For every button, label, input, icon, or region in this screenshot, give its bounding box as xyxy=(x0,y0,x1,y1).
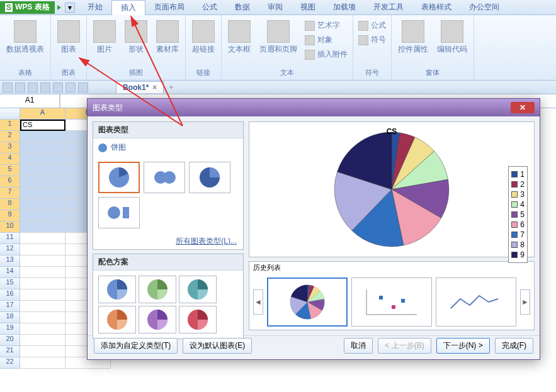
row-header-20[interactable]: 20 xyxy=(0,335,20,346)
menu-页面布局[interactable]: 页面布局 xyxy=(145,0,193,15)
cell-A10[interactable] xyxy=(20,221,65,233)
cell-A9[interactable] xyxy=(20,210,65,221)
subtype-pie-3d[interactable] xyxy=(144,162,185,193)
cell-A7[interactable] xyxy=(20,188,65,199)
app-badge[interactable]: S WPS 表格 xyxy=(0,1,55,14)
ribbon-公式[interactable]: 公式 xyxy=(356,19,389,32)
ribbon-控件属性[interactable]: 控件属性 xyxy=(394,19,432,56)
menu-办公空间[interactable]: 办公空间 xyxy=(460,0,508,15)
cell-A20[interactable] xyxy=(20,335,65,346)
menu-审阅[interactable]: 审阅 xyxy=(259,0,292,15)
row-header-18[interactable]: 18 xyxy=(0,312,20,323)
history-item-scatter[interactable] xyxy=(351,277,432,327)
row-header-17[interactable]: 17 xyxy=(0,301,20,312)
ribbon-超链接[interactable]: 超链接 xyxy=(188,19,218,56)
cell-A2[interactable] xyxy=(20,131,65,142)
subtype-pie-basic[interactable] xyxy=(98,162,140,193)
row-header-16[interactable]: 16 xyxy=(0,289,20,301)
document-tab[interactable]: Book1*× xyxy=(116,81,164,93)
cell-A18[interactable] xyxy=(20,312,65,323)
col-header-A[interactable]: A xyxy=(20,108,65,120)
menu-开发工具[interactable]: 开发工具 xyxy=(365,0,412,15)
ribbon-编辑代码[interactable]: 编辑代码 xyxy=(433,19,471,56)
row-header-9[interactable]: 9 xyxy=(0,210,20,221)
menu-插入[interactable]: 插入 xyxy=(111,0,145,15)
new-tab-icon[interactable]: ＋ xyxy=(167,82,175,92)
cell-A19[interactable] xyxy=(20,323,65,335)
history-next[interactable]: ► xyxy=(520,289,530,315)
cell-A12[interactable] xyxy=(20,244,65,255)
qat-preview-icon[interactable] xyxy=(53,82,63,92)
row-header-6[interactable]: 6 xyxy=(0,176,20,188)
row-header-14[interactable]: 14 xyxy=(0,267,20,278)
cell-A17[interactable] xyxy=(20,301,65,312)
subtype-pie-exploded[interactable] xyxy=(189,162,230,193)
cell-A14[interactable] xyxy=(20,267,65,278)
cell-A21[interactable] xyxy=(20,346,65,357)
row-header-12[interactable]: 12 xyxy=(0,244,20,255)
name-box[interactable]: A1 xyxy=(0,94,60,108)
cell-A4[interactable] xyxy=(20,154,65,165)
row-header-11[interactable]: 11 xyxy=(0,233,20,244)
ribbon-页眉和页脚[interactable]: 页眉和页脚 xyxy=(256,19,301,56)
color-scheme-5[interactable] xyxy=(179,306,217,333)
cell-A6[interactable] xyxy=(20,176,65,188)
row-header-19[interactable]: 19 xyxy=(0,323,20,335)
cell-A13[interactable] xyxy=(20,255,65,267)
app-menu-dropdown[interactable]: ▾ xyxy=(65,3,75,13)
prev-button[interactable]: < 上一步(B) xyxy=(378,338,431,354)
ribbon-艺术字[interactable]: 艺术字 xyxy=(302,19,350,32)
close-icon[interactable]: × xyxy=(152,83,157,92)
row-header-5[interactable]: 5 xyxy=(0,165,20,176)
dialog-titlebar[interactable]: 图表类型 ✕ xyxy=(88,99,540,116)
menu-加载项[interactable]: 加载项 xyxy=(324,0,365,15)
color-scheme-2[interactable] xyxy=(179,276,217,303)
color-scheme-4[interactable] xyxy=(139,306,176,333)
row-header-3[interactable]: 3 xyxy=(0,142,20,154)
qat-new-icon[interactable] xyxy=(3,82,13,92)
cell-A1[interactable]: CS xyxy=(20,120,65,131)
ribbon-图片[interactable]: 图片 xyxy=(89,19,120,56)
color-scheme-1[interactable] xyxy=(139,276,176,303)
all-chart-types-link[interactable]: 所有图表类型(L)... xyxy=(93,233,243,249)
row-header-21[interactable]: 21 xyxy=(0,346,20,357)
row-header-10[interactable]: 10 xyxy=(0,221,20,233)
menu-开始[interactable]: 开始 xyxy=(79,0,111,15)
menu-公式[interactable]: 公式 xyxy=(193,0,226,15)
qat-open-icon[interactable] xyxy=(15,82,25,92)
chart-type-pie[interactable]: 饼图 xyxy=(93,138,243,157)
cell-A15[interactable] xyxy=(20,278,65,289)
menu-数据[interactable]: 数据 xyxy=(226,0,259,15)
qat-redo-icon[interactable] xyxy=(78,82,88,92)
row-header-4[interactable]: 4 xyxy=(0,154,20,165)
ribbon-图表[interactable]: 图表 xyxy=(54,19,84,56)
cell-A11[interactable] xyxy=(20,233,65,244)
row-header-13[interactable]: 13 xyxy=(0,255,20,267)
add-custom-button[interactable]: 添加为自定义类型(T) xyxy=(94,338,178,354)
cell-A3[interactable] xyxy=(20,142,65,154)
menu-视图[interactable]: 视图 xyxy=(292,0,324,15)
set-default-button[interactable]: 设为默认图表(E) xyxy=(183,338,252,354)
history-item-pie[interactable] xyxy=(267,277,348,327)
finish-button[interactable]: 完成(F) xyxy=(495,338,533,354)
ribbon-对象[interactable]: 对象 xyxy=(302,33,350,47)
qat-save-icon[interactable] xyxy=(28,82,38,92)
ribbon-插入附件[interactable]: 插入附件 xyxy=(302,48,350,61)
history-item-line[interactable] xyxy=(436,277,516,327)
subtype-pie-bar[interactable] xyxy=(98,197,140,228)
ribbon-符号[interactable]: 符号 xyxy=(356,33,389,47)
close-button[interactable]: ✕ xyxy=(511,102,535,113)
cell-A22[interactable] xyxy=(20,357,65,369)
menu-表格样式[interactable]: 表格样式 xyxy=(412,0,460,15)
next-button[interactable]: 下一步(N) > xyxy=(436,338,490,354)
row-header-22[interactable]: 22 xyxy=(0,357,20,369)
row-header-2[interactable]: 2 xyxy=(0,131,20,142)
history-prev[interactable]: ◄ xyxy=(253,289,263,315)
row-header-1[interactable]: 1 xyxy=(0,120,20,131)
color-scheme-0[interactable] xyxy=(98,276,136,303)
row-header-15[interactable]: 15 xyxy=(0,278,20,289)
cell-A8[interactable] xyxy=(20,199,65,210)
qat-undo-icon[interactable] xyxy=(65,82,76,92)
ribbon-形状[interactable]: 形状 xyxy=(121,19,151,56)
cancel-button[interactable]: 取消 xyxy=(344,338,373,354)
